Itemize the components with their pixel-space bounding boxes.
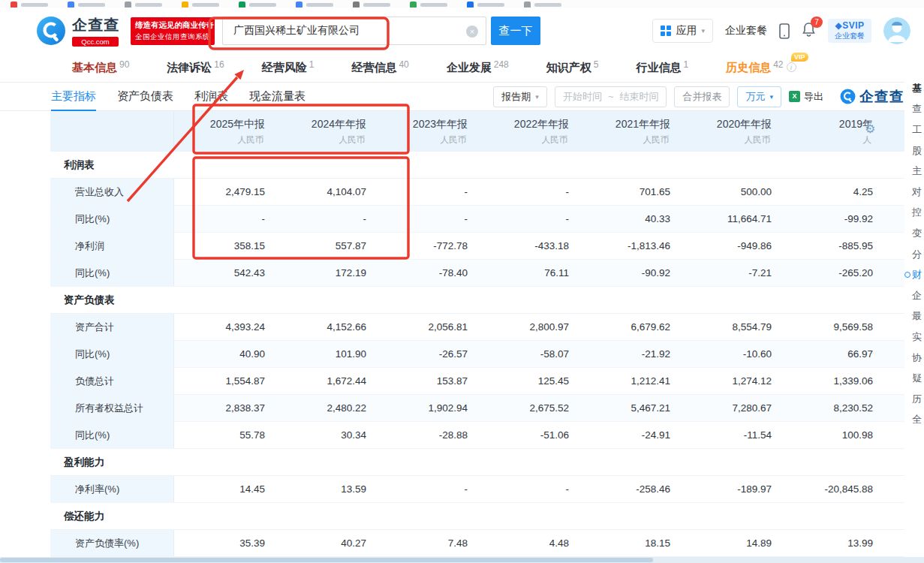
anchor-rail-item[interactable]: 全 bbox=[904, 410, 924, 431]
company-tab[interactable]: 历史信息42VIPi bbox=[726, 61, 796, 75]
table-cell: - bbox=[478, 476, 579, 502]
apps-menu-label: 应用 bbox=[676, 24, 697, 38]
horizontal-scrollbar[interactable] bbox=[0, 557, 924, 563]
search-input[interactable]: 广西国兴稀土矿业有限公司 × bbox=[222, 17, 486, 45]
table-cell: 35.39 bbox=[174, 530, 275, 556]
financial-subtab[interactable]: 利润表 bbox=[194, 89, 228, 104]
table-column-header[interactable]: 2023年年报人民币 bbox=[377, 111, 478, 152]
anchor-rail-item[interactable]: 工 bbox=[904, 119, 924, 140]
table-cell: 557.87 bbox=[275, 233, 377, 259]
table-cell: 55.78 bbox=[174, 422, 275, 448]
section-title: 资产负债表 bbox=[64, 294, 115, 307]
anchor-rail-item[interactable]: 最 bbox=[904, 306, 924, 327]
bookmark-item[interactable] bbox=[410, 2, 447, 8]
svip-sublabel: 企业套餐 bbox=[835, 32, 865, 41]
bookmark-label-placeholder bbox=[306, 3, 333, 7]
table-section-row: 盈利能力 bbox=[50, 449, 906, 476]
anchor-rail-item[interactable]: 股 bbox=[904, 140, 924, 161]
table-row: 同比(%)40.90101.90-26.57-58.07-21.92-10.60… bbox=[50, 341, 906, 368]
financial-subtabs: 主要指标资产负债表利润表现金流量表 bbox=[51, 89, 305, 104]
table-cell: 1,212.41 bbox=[579, 368, 681, 394]
table-row: 净利润358.15557.87-772.78-433.18-1,813.46-9… bbox=[50, 233, 906, 260]
column-settings-icon[interactable]: ⚙ bbox=[865, 122, 875, 136]
clear-icon[interactable]: × bbox=[466, 26, 478, 38]
bookmark-item[interactable] bbox=[182, 2, 219, 8]
company-tab[interactable]: 基本信息90 bbox=[72, 61, 129, 75]
report-period-select[interactable]: 报告期 ▾ bbox=[493, 86, 547, 107]
apps-menu-button[interactable]: 应用 ▾ bbox=[652, 19, 713, 43]
anchor-rail-item[interactable]: 查 bbox=[904, 99, 924, 120]
financial-subtab[interactable]: 主要指标 bbox=[51, 89, 96, 104]
table-cell: 2,800.97 bbox=[478, 314, 579, 340]
anchor-rail-item[interactable]: 控 bbox=[904, 203, 924, 224]
anchor-rail-item[interactable]: 协 bbox=[904, 348, 924, 369]
company-tab[interactable]: 企业发展248 bbox=[447, 61, 509, 75]
company-tab[interactable]: 经营信息40 bbox=[351, 61, 408, 75]
bookmark-item[interactable] bbox=[11, 2, 48, 8]
company-tab[interactable]: 经营风险1 bbox=[262, 61, 315, 75]
tab-count: 1 bbox=[683, 59, 688, 70]
merge-report-button[interactable]: 合并报表 bbox=[674, 86, 730, 107]
row-end-spacer bbox=[883, 341, 906, 367]
financial-subtab[interactable]: 现金流量表 bbox=[249, 89, 305, 104]
anchor-rail-item[interactable]: 历 bbox=[904, 389, 924, 410]
financial-subtab[interactable]: 资产负债表 bbox=[117, 89, 173, 104]
table-cell: 2,056.81 bbox=[377, 314, 478, 340]
table-header-label-spacer bbox=[50, 111, 174, 152]
bookmark-item[interactable] bbox=[125, 2, 162, 8]
table-cell: -433.18 bbox=[478, 233, 579, 259]
search-button[interactable]: 查一下 bbox=[491, 17, 540, 45]
table-cell: 8,554.79 bbox=[681, 314, 782, 340]
notifications-button[interactable]: 7 bbox=[802, 22, 816, 41]
anchor-rail-item[interactable]: 实 bbox=[904, 327, 924, 348]
date-range-input[interactable]: 开始时间 ~ 结束时间 bbox=[555, 86, 667, 107]
table-column-header[interactable]: 2024年年报人民币 bbox=[275, 111, 377, 152]
table-cell: -258.46 bbox=[579, 476, 681, 502]
bookmark-label-placeholder bbox=[192, 3, 219, 7]
anchor-rail-item[interactable]: 主 bbox=[904, 161, 924, 182]
qcc-logo[interactable]: 企查查 Qcc.com 缔造有远见的商业传奇 全国企业信用查询系统 bbox=[36, 15, 215, 47]
bookmark-label-placeholder bbox=[78, 3, 105, 7]
table-column-header[interactable]: 2025年中报人民币 bbox=[174, 111, 275, 152]
anchor-rail-item[interactable]: 基 bbox=[904, 78, 924, 99]
table-column-header[interactable]: 2022年年报人民币 bbox=[478, 111, 579, 152]
mobile-app-button[interactable] bbox=[779, 23, 790, 39]
tab-label: 法律诉讼 bbox=[167, 61, 212, 74]
bookmark-item[interactable] bbox=[296, 2, 333, 8]
anchor-rail-item[interactable]: 财 bbox=[904, 264, 924, 285]
bookmark-item[interactable] bbox=[239, 2, 276, 8]
table-cell: 7.48 bbox=[377, 530, 478, 556]
row-label: 营业总收入 bbox=[50, 179, 174, 205]
favicon-icon bbox=[68, 2, 74, 8]
qcc-financial-page: 企查查 Qcc.com 缔造有远见的商业传奇 全国企业信用查询系统 广西国兴稀土… bbox=[0, 0, 924, 563]
table-column-header[interactable]: 2020年年报人民币 bbox=[681, 111, 782, 152]
table-cell: -949.86 bbox=[681, 233, 782, 259]
company-tab[interactable]: 知识产权5 bbox=[546, 61, 599, 75]
enterprise-package-link[interactable]: 企业套餐 bbox=[725, 24, 767, 38]
bookmark-item[interactable] bbox=[68, 2, 105, 8]
favicon-icon bbox=[410, 2, 417, 8]
anchor-rail-item[interactable]: 变 bbox=[904, 223, 924, 244]
table-cell: 100.98 bbox=[782, 422, 883, 448]
scrollbar-thumb[interactable] bbox=[0, 558, 653, 562]
table-column-header[interactable]: 2021年年报人民币 bbox=[579, 111, 681, 152]
qcc-watermark-icon bbox=[840, 89, 856, 104]
anchor-rail-item[interactable]: 分 bbox=[904, 244, 924, 265]
anchor-rail-item[interactable]: 对 bbox=[904, 182, 924, 203]
svip-button[interactable]: ◆SVIP 企业套餐 bbox=[828, 19, 871, 42]
anchor-rail-item[interactable]: 企 bbox=[904, 285, 924, 306]
export-button[interactable]: 导出 bbox=[789, 90, 823, 104]
company-tab[interactable]: 法律诉讼16 bbox=[167, 61, 224, 75]
company-tab[interactable]: 行业信息1 bbox=[636, 61, 688, 75]
anchor-rail-item[interactable]: 疑 bbox=[904, 368, 924, 389]
table-row: 资产合计4,393.244,152.662,056.812,800.976,67… bbox=[50, 314, 906, 341]
table-cell: -885.95 bbox=[782, 233, 883, 259]
table-cell: 101.90 bbox=[275, 341, 377, 367]
bookmark-item[interactable] bbox=[467, 2, 504, 8]
brand-text: 企查查 Qcc.com bbox=[72, 15, 119, 47]
user-avatar[interactable] bbox=[883, 17, 910, 44]
bookmark-item[interactable] bbox=[353, 2, 390, 8]
bookmark-item[interactable] bbox=[524, 2, 561, 8]
unit-select[interactable]: 万元 ▾ bbox=[737, 86, 781, 107]
brand-domain: Qcc.com bbox=[72, 37, 119, 47]
